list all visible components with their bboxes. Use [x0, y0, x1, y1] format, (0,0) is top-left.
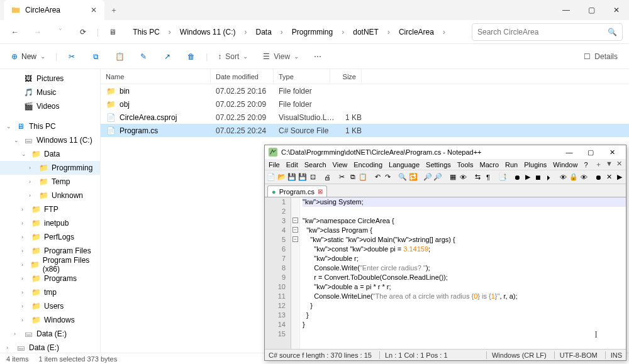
search-input[interactable]: Search CircleArea 🔍 [472, 23, 623, 41]
code-line[interactable]: "kw">static "kw">void Main("kw">string[]… [303, 235, 626, 245]
npp-tool-icon[interactable]: 🔎 [423, 172, 433, 182]
col-type[interactable]: Type [274, 69, 330, 84]
npp-menu-window[interactable]: Window [553, 161, 577, 168]
npp-tool-icon[interactable]: ↷ [384, 172, 393, 182]
code-line[interactable]: Console.Write("Enter circle radius? "); [303, 263, 626, 273]
file-row[interactable]: 📄CircleArea.csproj 07.02.25 20:09VisualS… [101, 111, 629, 124]
tree-item[interactable]: ›🖴Data (E:) [0, 341, 100, 353]
npp-tool-icon[interactable]: ⏵ [544, 172, 554, 182]
npp-menu-edit[interactable]: Edit [286, 161, 298, 168]
tree-item[interactable]: ›📁tmp [0, 285, 100, 299]
npp-tool-icon[interactable]: 👁 [579, 172, 589, 182]
close-button[interactable]: ✕ [604, 0, 629, 20]
npp-tool-icon[interactable]: 🔎 [433, 172, 443, 182]
npp-tool-icon[interactable]: ⇆ [473, 172, 482, 182]
quickaccess-videos[interactable]: 🎬Videos [0, 99, 100, 113]
npp-tab-close[interactable]: ⊠ [318, 188, 323, 195]
code-line[interactable]: "kw">double r; [303, 254, 626, 263]
tree-item[interactable]: ›📁Programs [0, 272, 100, 285]
npp-maximize[interactable]: ▢ [581, 146, 601, 158]
code-line[interactable]: "kw">using System; [303, 197, 626, 207]
breadcrumb-segment[interactable]: This PC [129, 26, 164, 38]
notepadpp-window[interactable]: C:\Data\Progrmming\dotNET\CircleArea\Pro… [264, 145, 626, 361]
npp-toolbar[interactable]: 📄📂💾💾⊡🖨✂⧉📋↶↷🔍🔁🔎🔎▦👁⇆¶📑⏺▶⏹⏵👁🔒👁⏺✕▶ [265, 170, 626, 184]
npp-menu-down[interactable]: ▼ [606, 160, 613, 169]
npp-tool-icon[interactable]: 👁 [459, 172, 468, 182]
npp-tool-icon[interactable]: ✂ [338, 172, 347, 182]
npp-tool-icon[interactable]: 📄 [267, 172, 276, 182]
tab-add-button[interactable]: ＋ [104, 5, 123, 16]
npp-tool-icon[interactable]: 🔁 [408, 172, 418, 182]
npp-close[interactable]: ✕ [602, 146, 622, 158]
npp-menubar[interactable]: FileEditSearchViewEncodingLanguageSettin… [265, 159, 626, 170]
delete-button[interactable]: 🗑 [182, 48, 201, 65]
explorer-tab[interactable]: CircleArea ✕ [4, 0, 104, 20]
code-line[interactable]: Console.WriteLine("The area of a circle … [303, 292, 626, 301]
npp-tool-icon[interactable]: ▶ [523, 172, 533, 182]
share-button[interactable]: ↗ [158, 48, 177, 65]
code-line[interactable] [303, 207, 626, 216]
code-line[interactable]: "kw">class Program { [303, 226, 626, 235]
details-button[interactable]: ☐ Details [579, 48, 623, 65]
col-name[interactable]: Name [101, 69, 211, 84]
file-row[interactable]: 📁bin 07.02.25 20:16File folder [101, 84, 629, 97]
breadcrumb-segment[interactable]: Progrmming [288, 26, 337, 38]
npp-tool-icon[interactable]: ⏺ [594, 172, 603, 182]
tree-item[interactable]: ⌄🖴Windows 11 (C:) [0, 133, 100, 147]
tree-item[interactable]: ›📁Temp [0, 175, 100, 189]
breadcrumb-segment[interactable]: Data [252, 26, 276, 38]
back-button[interactable]: ← [6, 23, 24, 41]
npp-tool-icon[interactable]: 🖨 [323, 172, 333, 182]
tree-item[interactable]: ›📁Progrmming [0, 161, 100, 175]
view-button[interactable]: ☰ View ⌄ [258, 48, 304, 65]
npp-tool-icon[interactable]: ⏹ [533, 172, 543, 182]
npp-menu-run[interactable]: Run [505, 161, 518, 168]
tree-item[interactable]: ⌄🖥This PC [0, 119, 100, 133]
more-button[interactable]: ⋯ [309, 48, 326, 65]
minimize-button[interactable]: — [554, 0, 579, 20]
col-size[interactable]: Size [330, 69, 362, 84]
tree-item[interactable]: ›📁Program Files (x86) [0, 258, 100, 272]
code-line[interactable]: } [303, 320, 626, 329]
npp-tool-icon[interactable]: ▶ [615, 172, 624, 182]
code-line[interactable]: "kw">const "kw">double pi = 3.14159; [303, 245, 626, 254]
quickaccess-pictures[interactable]: 🖼Pictures [0, 72, 100, 85]
maximize-button[interactable]: ▢ [579, 0, 604, 20]
npp-tool-icon[interactable]: ↶ [373, 172, 382, 182]
new-button[interactable]: ⊕ New ⌄ [6, 48, 50, 65]
npp-tool-icon[interactable]: 👁 [559, 172, 568, 182]
npp-tool-icon[interactable]: ⧉ [348, 172, 357, 182]
npp-menu-settings[interactable]: Settings [426, 161, 451, 168]
breadcrumb-segment[interactable]: dotNET [349, 26, 382, 38]
npp-menu-?[interactable]: ? [584, 161, 587, 168]
breadcrumb-segment[interactable]: CircleArea [395, 26, 438, 38]
code-line[interactable]: } [303, 301, 626, 311]
breadcrumb[interactable]: This PC›Windows 11 (C:)›Data›Progrmming›… [126, 26, 467, 38]
forward-button[interactable]: → [29, 23, 47, 41]
code-line[interactable]: "kw">namespace CircleArea { [303, 216, 626, 226]
quickaccess-music[interactable]: 🎵Music [0, 85, 100, 99]
npp-tool-icon[interactable]: 💾 [298, 172, 308, 182]
npp-menu-encoding[interactable]: Encoding [353, 161, 382, 168]
npp-menu-tools[interactable]: Tools [457, 161, 474, 168]
npp-tool-icon[interactable]: ⏺ [513, 172, 522, 182]
file-row[interactable]: 📁obj 07.02.25 20:09File folder [101, 97, 629, 111]
npp-tool-icon[interactable]: 🔒 [569, 172, 578, 182]
npp-menu-add[interactable]: ＋ [595, 160, 602, 169]
npp-tool-icon[interactable]: 💾 [287, 172, 297, 182]
tree-item[interactable]: ›📁Users [0, 299, 100, 313]
tree-item[interactable]: ›📁inetpub [0, 216, 100, 230]
breadcrumb-segment[interactable]: Windows 11 (C:) [176, 26, 240, 38]
npp-tool-icon[interactable]: ✕ [604, 172, 614, 182]
npp-menu-plugins[interactable]: Plugins [524, 161, 547, 168]
monitor-icon[interactable]: 🖥 [104, 23, 121, 41]
tree-item[interactable]: ›📁PerfLogs [0, 230, 100, 244]
npp-tool-icon[interactable]: ⊡ [308, 172, 318, 182]
npp-tool-icon[interactable]: 🔍 [398, 172, 408, 182]
npp-file-tab[interactable]: ● Program.cs ⊠ [267, 185, 327, 197]
refresh-button[interactable]: ⟳ [74, 23, 92, 41]
npp-minimize[interactable]: — [559, 146, 579, 158]
rename-button[interactable]: ✎ [134, 48, 153, 65]
copy-button[interactable]: ⧉ [86, 48, 105, 65]
col-date[interactable]: Date modified [211, 69, 274, 84]
